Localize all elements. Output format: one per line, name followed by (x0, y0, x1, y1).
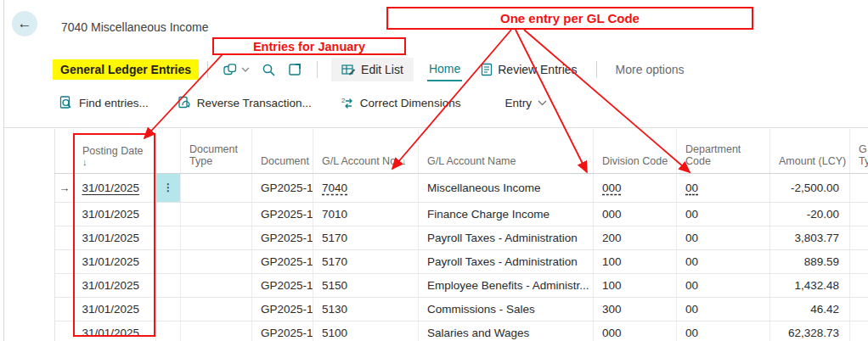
find-entries-button[interactable]: Find entries... (59, 96, 149, 109)
cell-clipped[interactable] (850, 321, 868, 341)
cell-document-no[interactable]: GP2025-1 (252, 226, 313, 249)
cell-division-code[interactable]: 100 (594, 249, 677, 273)
cell-gl-account-name[interactable]: Finance Charge Income (419, 202, 594, 226)
row-menu-cell[interactable] (156, 226, 181, 249)
cell-clipped[interactable] (850, 297, 868, 321)
find-entries-icon (59, 96, 73, 109)
cell-posting-date[interactable]: 31/01/2025 (74, 202, 156, 226)
back-button[interactable]: ← (12, 11, 37, 36)
cell-clipped[interactable] (850, 249, 868, 273)
cell-gl-account-name[interactable]: Commissions - Sales (419, 297, 594, 321)
cell-amount-lcy[interactable]: 3,803.77 (770, 226, 850, 249)
header-clipped-column[interactable]: G Ty (850, 129, 868, 173)
header-document-no[interactable]: Document No. (252, 129, 313, 173)
entry-menu-button[interactable]: Entry (504, 97, 547, 109)
row-indicator-cell (55, 297, 74, 321)
cell-document-no[interactable]: GP2025-1 (252, 273, 313, 297)
cell-gl-account-no[interactable]: 7010 (313, 202, 419, 226)
cell-document-no[interactable]: GP2025-1 (252, 321, 313, 341)
header-gl-account-name-label: G/L Account Name (427, 155, 516, 167)
cell-division-code[interactable]: 000 (594, 321, 677, 341)
header-gl-account-no[interactable]: G/L Account No. ↓ (313, 129, 419, 173)
header-document-no-label: Document No. (261, 155, 313, 167)
cell-clipped[interactable] (850, 202, 868, 226)
cell-gl-account-name[interactable]: Miscellaneous Income (419, 173, 594, 202)
cell-posting-date[interactable]: 31/01/2025 (74, 297, 156, 321)
cell-posting-date[interactable]: 31/01/2025 (74, 173, 156, 202)
cell-gl-account-no[interactable]: 5170 (313, 226, 419, 249)
cell-clipped[interactable] (850, 173, 868, 202)
cell-department-code[interactable]: 00 (677, 173, 770, 202)
header-amount-lcy-label: Amount (LCY) (779, 155, 846, 167)
cell-division-code[interactable]: 100 (594, 273, 677, 297)
cell-department-code[interactable]: 00 (677, 226, 770, 249)
cell-document-no[interactable]: GP2025-1 (252, 297, 313, 321)
cell-document-type[interactable] (181, 249, 252, 273)
cell-clipped[interactable] (850, 226, 868, 249)
cell-posting-date[interactable]: 31/01/2025 (74, 321, 156, 341)
search-button[interactable] (262, 63, 276, 77)
row-menu-cell[interactable] (156, 202, 181, 226)
cell-gl-account-no[interactable]: 5170 (313, 249, 419, 273)
cell-gl-account-name[interactable]: Salaries and Wages (419, 321, 594, 341)
header-amount-lcy[interactable]: Amount (LCY) (770, 129, 850, 173)
cell-document-type[interactable] (181, 321, 252, 341)
cell-document-type[interactable] (181, 202, 252, 226)
correct-dimensions-button[interactable]: 2 Correct Dimensions (341, 97, 461, 109)
cell-gl-account-name[interactable]: Employee Benefits - Administr... (419, 273, 594, 297)
cell-gl-account-no[interactable]: 7040 (313, 173, 419, 202)
cell-document-type[interactable] (181, 226, 252, 249)
cell-division-code[interactable]: 000 (594, 173, 677, 202)
cell-gl-account-no[interactable]: 5100 (313, 321, 419, 341)
cell-gl-account-no[interactable]: 5150 (313, 273, 419, 297)
cell-department-code[interactable]: 00 (677, 249, 770, 273)
cell-posting-date[interactable]: 31/01/2025 (74, 226, 156, 249)
cell-gl-account-no[interactable]: 5130 (313, 297, 419, 321)
cell-document-type[interactable] (181, 173, 252, 202)
cell-department-code[interactable]: 00 (677, 273, 770, 297)
cell-posting-date[interactable]: 31/01/2025 (74, 273, 156, 297)
cell-division-code[interactable]: 300 (594, 297, 677, 321)
cell-clipped[interactable] (850, 273, 868, 297)
row-menu-cell[interactable] (156, 297, 181, 321)
cell-document-type[interactable] (181, 297, 252, 321)
edit-list-button[interactable]: Edit List (331, 58, 414, 81)
table-row: 31/01/2025 GP2025-1 5170 Payroll Taxes -… (55, 249, 868, 273)
cell-amount-lcy[interactable]: 889.59 (770, 249, 850, 273)
row-menu-cell[interactable] (156, 321, 181, 341)
tab-home[interactable]: Home (427, 58, 462, 81)
header-department-code[interactable]: Department Code (677, 129, 770, 173)
cell-department-code[interactable]: 00 (677, 202, 770, 226)
row-menu-cell[interactable]: ⋮ (156, 173, 181, 202)
reverse-transaction-button[interactable]: Reverse Transaction... (178, 96, 312, 109)
cell-document-no[interactable]: GP2025-1 (252, 202, 313, 226)
gl-entries-grid: Posting Date ↓ Document Type Document No… (54, 129, 868, 341)
cell-posting-date[interactable]: 31/01/2025 (74, 249, 156, 273)
cell-division-code[interactable]: 200 (594, 226, 677, 249)
cell-division-code[interactable]: 000 (594, 202, 677, 226)
row-menu-cell[interactable] (156, 249, 181, 273)
open-in-new-window-button[interactable] (288, 63, 302, 76)
cell-gl-account-name[interactable]: Payroll Taxes - Administration (419, 249, 594, 273)
cell-amount-lcy[interactable]: 46.42 (770, 297, 850, 321)
review-entries-button[interactable]: Review Entries (479, 59, 578, 81)
more-options-label: More options (616, 63, 685, 76)
list-caption[interactable]: General Ledger Entries (53, 59, 199, 80)
header-division-code[interactable]: Division Code (594, 129, 677, 173)
cell-document-no[interactable]: GP2025-1 (252, 249, 313, 273)
header-gl-account-name[interactable]: G/L Account Name (419, 129, 594, 173)
cell-document-no[interactable]: GP2025-1 (252, 173, 313, 202)
cell-amount-lcy[interactable]: -20.00 (770, 202, 850, 226)
cell-department-code[interactable]: 00 (677, 297, 770, 321)
cell-gl-account-name[interactable]: Payroll Taxes - Administration (419, 226, 594, 249)
cell-amount-lcy[interactable]: -2,500.00 (770, 173, 850, 202)
views-button[interactable] (223, 63, 250, 76)
header-document-type[interactable]: Document Type (181, 129, 252, 173)
more-options-button[interactable]: More options (614, 59, 686, 81)
cell-document-type[interactable] (181, 273, 252, 297)
header-posting-date[interactable]: Posting Date ↓ (74, 129, 156, 173)
cell-amount-lcy[interactable]: 62,328.73 (770, 321, 850, 341)
cell-department-code[interactable]: 00 (677, 321, 770, 341)
cell-amount-lcy[interactable]: 1,432.48 (770, 273, 850, 297)
row-menu-cell[interactable] (156, 273, 181, 297)
